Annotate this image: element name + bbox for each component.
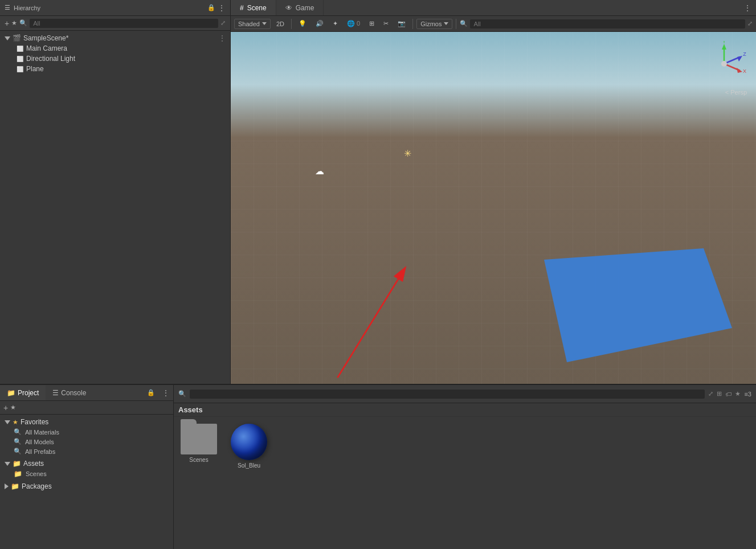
more-button[interactable]: ✂: [380, 19, 392, 28]
favorites-all-models[interactable]: 🔍 All Models: [2, 437, 171, 446]
hierarchy-item-main-camera[interactable]: ⬜ Main Camera: [11, 43, 230, 54]
scene-gizmo-compass[interactable]: Y X Z: [701, 41, 747, 87]
game-tab-icon: 👁: [285, 4, 292, 12]
hierarchy-menu-icon[interactable]: ☰: [5, 4, 10, 11]
assets-star-icon[interactable]: ★: [735, 390, 741, 398]
scenes-folder-graphic: [181, 424, 217, 454]
audio-button[interactable]: 🔊: [312, 19, 327, 28]
gizmos-chevron-icon: [444, 22, 448, 25]
main-camera-label: Main Camera: [26, 44, 67, 52]
scene-search-input[interactable]: [470, 19, 745, 28]
scene-icon: 🎬: [13, 34, 21, 42]
project-content: ★ Favorites 🔍 All Materials 🔍 All Models…: [0, 415, 173, 549]
hierarchy-actions: 🔒 ⋮: [207, 3, 226, 13]
assets-toolbar: 🔍 ⤢ ⊞ 🏷 ★ ≡3: [174, 385, 756, 403]
project-tab-icon: 📁: [7, 389, 15, 397]
search-icon-3: 🔍: [14, 448, 22, 455]
all-materials-label: All Materials: [25, 429, 59, 436]
perspective-label: < Persp: [725, 89, 747, 96]
project-lock-icon[interactable]: 🔒: [144, 389, 158, 396]
scene-name: SampleScene*: [23, 34, 68, 42]
project-star-button[interactable]: ★: [10, 404, 16, 411]
scene-tabs-more-button[interactable]: ⋮: [739, 3, 756, 13]
scene-canvas[interactable]: ☁ ✳: [231, 32, 756, 384]
packages-label: Packages: [22, 482, 52, 490]
hierarchy-lock-icon[interactable]: 🔒: [207, 4, 215, 11]
hierarchy-more-button[interactable]: ⋮: [218, 3, 226, 13]
asset-scenes-folder[interactable]: Scenes: [178, 421, 219, 465]
effects-button[interactable]: ✦: [329, 19, 341, 28]
plane-label: Plane: [26, 65, 44, 73]
hierarchy-item-plane[interactable]: ⬜ Plane: [11, 64, 230, 74]
asset-sol-bleu[interactable]: Sol_Bleu: [228, 421, 269, 471]
packages-header[interactable]: 📁 Packages: [2, 481, 171, 491]
search-icon-2: 🔍: [14, 438, 22, 445]
gizmos-dropdown[interactable]: Gizmos: [416, 19, 452, 29]
packages-section: 📁 Packages: [2, 481, 171, 491]
blue-plane-mesh[interactable]: [510, 237, 755, 384]
hierarchy-add-button[interactable]: +: [5, 19, 9, 28]
hierarchy-title-group: ☰ Hierarchy: [5, 4, 40, 11]
hierarchy-search-expand-icon[interactable]: ⤢: [220, 19, 226, 27]
all-models-label: All Models: [25, 439, 54, 445]
project-more-button[interactable]: ⋮: [158, 388, 173, 398]
gizmos-label: Gizmos: [420, 21, 442, 27]
lighting-button[interactable]: 💡: [295, 19, 310, 28]
tab-console[interactable]: ☰ Console: [46, 385, 93, 400]
assets-expand-icon[interactable]: ⤢: [708, 390, 713, 398]
tab-project[interactable]: 📁 Project: [0, 385, 46, 400]
tab-game[interactable]: 👁 Game: [276, 0, 324, 15]
assets-scenes-item[interactable]: 📁 Scenes: [2, 469, 171, 479]
mode-2d-button[interactable]: 2D: [273, 19, 288, 28]
assets-section: 📁 Assets 📁 Scenes: [2, 458, 171, 479]
favorites-header[interactable]: ★ Favorites: [2, 417, 171, 427]
favorites-collapse-icon: [5, 420, 10, 424]
bottom-area: 📁 Project ☰ Console 🔒 ⋮ + ★ ★ Favori: [0, 384, 756, 549]
scene-tabs-bar: # Scene 👁 Game ⋮: [231, 0, 756, 16]
scenes-asset-label: Scenes: [189, 457, 208, 463]
assets-header[interactable]: 📁 Assets: [2, 458, 171, 469]
toolbar-sep-2: [412, 19, 413, 29]
favorites-section: ★ Favorites 🔍 All Materials 🔍 All Models…: [2, 417, 171, 456]
project-tabs-bar: 📁 Project ☰ Console 🔒 ⋮: [0, 385, 173, 401]
cam-button[interactable]: 📷: [394, 19, 409, 28]
favorites-all-materials[interactable]: 🔍 All Materials: [2, 427, 171, 437]
assets-folder-icon: 📁: [13, 460, 21, 468]
console-tab-icon: ☰: [52, 389, 59, 397]
scene-more-icon[interactable]: ⋮: [219, 34, 226, 42]
assets-search-input[interactable]: [190, 390, 705, 399]
toolbar-sep-1: [291, 19, 292, 29]
favorites-star-icon: ★: [13, 419, 18, 426]
hierarchy-title: Hierarchy: [14, 5, 40, 11]
directional-light-label: Directional Light: [26, 55, 75, 63]
hierarchy-item-directional-light[interactable]: ⬜ Directional Light: [11, 54, 230, 64]
scene-search-expand-icon[interactable]: ⤢: [747, 20, 753, 27]
hierarchy-search-input[interactable]: [30, 19, 218, 28]
hierarchy-star-button[interactable]: ★: [11, 19, 17, 27]
scenes-folder-icon: 📁: [14, 470, 22, 478]
light-object-icon: ⬜: [16, 55, 24, 63]
hierarchy-search-icon: 🔍: [19, 19, 27, 27]
svg-text:Y: Y: [722, 41, 726, 44]
hierarchy-panel: ☰ Hierarchy 🔒 ⋮ + ★ 🔍 ⤢ 🎬 SampleScene* ⋮: [0, 0, 231, 384]
assets-content: Scenes Sol_Bleu: [174, 417, 756, 549]
grid-button[interactable]: ⊞: [366, 19, 378, 28]
project-add-button[interactable]: +: [3, 403, 8, 412]
assets-panel: 🔍 ⤢ ⊞ 🏷 ★ ≡3 Assets Scenes Sol_Bleu: [174, 385, 756, 549]
hierarchy-scene-item[interactable]: 🎬 SampleScene* ⋮: [0, 33, 230, 43]
svg-marker-0: [544, 248, 732, 362]
mode-2d-label: 2D: [276, 21, 284, 27]
sky-button[interactable]: 🌐 0: [344, 19, 363, 28]
assets-tag-icon[interactable]: 🏷: [725, 391, 732, 398]
shading-label: Shaded: [238, 21, 260, 27]
scene-tab-icon: #: [240, 4, 244, 12]
assets-panel-title: Assets: [178, 405, 203, 414]
hierarchy-search-bar: + ★ 🔍 ⤢: [0, 16, 230, 31]
all-prefabs-label: All Prefabs: [25, 448, 55, 455]
favorites-all-prefabs[interactable]: 🔍 All Prefabs: [2, 446, 171, 456]
assets-grid-icon[interactable]: ⊞: [717, 390, 722, 398]
assets-panel-header: Assets: [174, 403, 756, 417]
tab-scene[interactable]: # Scene: [231, 0, 276, 15]
shading-dropdown[interactable]: Shaded: [234, 19, 271, 29]
svg-point-13: [721, 61, 727, 67]
